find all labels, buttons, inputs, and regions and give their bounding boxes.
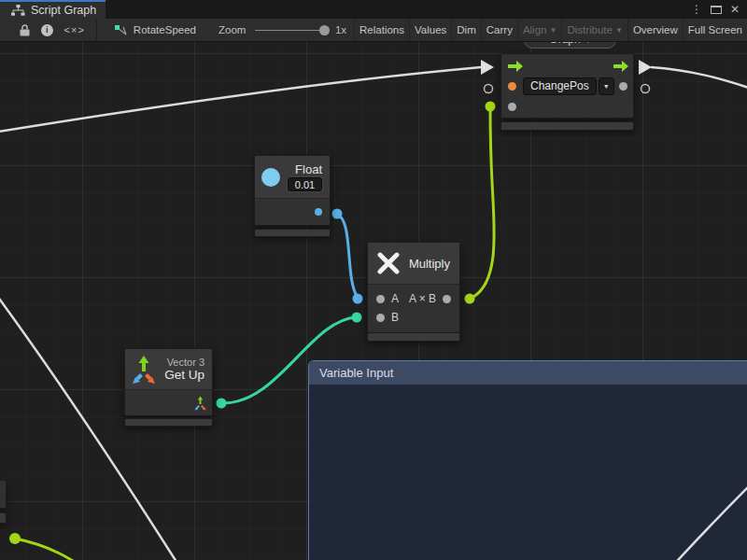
zoom-slider-track <box>255 30 330 31</box>
port-lime-bottom[interactable] <box>9 533 21 544</box>
align-button[interactable]: Align▼ <box>517 19 562 42</box>
flow-port-arrow-in[interactable] <box>481 60 494 75</box>
graph-toolbar: i <×> RotateSpeed Zoom 1x Relations Valu… <box>0 19 747 42</box>
port-blue-float-out[interactable] <box>332 209 343 219</box>
fullscreen-button[interactable]: Full Screen <box>683 19 747 42</box>
multiply-node-title: Multiply <box>409 257 450 271</box>
port-orange-dot[interactable] <box>508 82 516 91</box>
port-gray-dot[interactable] <box>376 314 385 322</box>
zoom-value: 1x <box>335 24 346 35</box>
close-icon[interactable]: ✕ <box>730 4 740 15</box>
float-node-title: Float <box>295 162 322 176</box>
wire-white-out <box>651 67 747 90</box>
event-graph-chip[interactable]: Graph ▾ <box>524 42 616 49</box>
port-lime-event[interactable] <box>486 102 496 112</box>
port-gray-dot[interactable] <box>508 103 516 111</box>
graph-canvas[interactable]: Variable Input <box>0 42 747 560</box>
wire-blue-float-to-a <box>337 214 358 298</box>
dim-button[interactable]: Dim <box>451 19 480 42</box>
vector3-icon <box>131 355 157 385</box>
tab-bar: Script Graph ⋮ ✕ <box>0 0 747 19</box>
empty-port-left[interactable] <box>485 85 493 93</box>
script-graph-window: Script Graph ⋮ ✕ i <×> RotateSpeed <box>0 0 747 560</box>
lock-button[interactable] <box>13 19 35 42</box>
machine-icon <box>114 24 128 36</box>
input-b-label: B <box>391 311 399 324</box>
vector3-node-title: Get Up <box>164 368 204 382</box>
output-label: A × B <box>409 292 436 305</box>
offscreen-node-edge[interactable] <box>0 480 7 509</box>
zoom-slider[interactable] <box>255 19 330 42</box>
port-gray-dot[interactable] <box>619 82 627 91</box>
chevron-down-icon: ▼ <box>603 83 610 90</box>
port-blue-multiply-a[interactable] <box>353 294 363 304</box>
chevron-down-icon: ▼ <box>549 26 557 35</box>
code-view-button[interactable]: <×> <box>58 19 91 42</box>
wire-white-lower-right <box>669 481 747 560</box>
graph-hierarchy-icon <box>11 5 25 16</box>
vector3-port-icon[interactable] <box>193 396 207 411</box>
distribute-button[interactable]: Distribute▼ <box>561 19 627 42</box>
graph-reference-button[interactable]: RotateSpeed <box>106 19 204 42</box>
event-graph-icon: <> <box>503 42 520 46</box>
multiply-node[interactable]: Multiply A A × B B <box>367 242 460 333</box>
offscreen-node-footer <box>0 512 7 524</box>
relations-button[interactable]: Relations <box>354 19 409 42</box>
vector3-node-footer <box>124 418 213 427</box>
kebab-menu-icon[interactable]: ⋮ <box>691 4 702 15</box>
maximize-icon[interactable] <box>711 6 722 14</box>
tab-title: Script Graph <box>31 4 96 17</box>
port-gray-dot[interactable] <box>443 295 451 303</box>
code-icon: <×> <box>64 24 85 35</box>
tab-script-graph[interactable]: Script Graph <box>0 0 106 19</box>
flow-arrow-icon[interactable] <box>508 61 523 72</box>
lock-icon <box>20 24 30 36</box>
input-a-label: A <box>391 292 399 305</box>
port-gray-dot[interactable] <box>376 295 385 303</box>
multiply-icon <box>377 252 400 274</box>
wire-teal-vector-to-b <box>221 317 357 403</box>
multiply-node-footer <box>367 332 460 342</box>
empty-port-right[interactable] <box>641 85 650 93</box>
flow-port-arrow-out[interactable] <box>639 60 652 75</box>
window-controls: ⋮ ✕ <box>691 0 747 19</box>
float-value-input[interactable]: 0.01 <box>288 177 322 191</box>
values-button[interactable]: Values <box>409 19 451 42</box>
vector3-getup-node[interactable]: Vector 3 Get Up <box>124 348 213 416</box>
zoom-label: Zoom <box>218 24 246 35</box>
chevron-down-icon: ▾ <box>585 42 591 46</box>
port-lime-multiply-out[interactable] <box>465 294 475 304</box>
port-teal-vector-out[interactable] <box>217 399 227 409</box>
port-teal-multiply-b[interactable] <box>352 313 362 323</box>
overview-button[interactable]: Overview <box>627 19 683 42</box>
chevron-down-icon: ▼ <box>615 26 623 35</box>
flow-arrow-icon[interactable] <box>613 61 628 72</box>
vector3-type-label: Vector 3 <box>167 357 204 368</box>
wire-white-in <box>0 67 482 133</box>
carry-button[interactable]: Carry <box>481 19 517 42</box>
event-node-footer <box>500 121 634 131</box>
wire-lime-multiply-to-event <box>470 106 494 299</box>
float-value-icon <box>261 168 280 187</box>
info-icon: i <box>41 24 53 36</box>
port-blue-dot[interactable] <box>315 208 322 216</box>
wire-lime-bottom <box>15 539 95 560</box>
dropdown-caret-button[interactable]: ▼ <box>599 77 614 95</box>
event-node[interactable]: ChangePos ▼ <box>500 53 634 119</box>
zoom-slider-handle[interactable] <box>319 25 330 35</box>
info-button[interactable]: i <box>35 19 58 42</box>
toolbar-buttons: Relations Values Dim Carry Align▼ Distri… <box>354 19 747 42</box>
changepos-dropdown[interactable]: ChangePos <box>523 77 597 95</box>
float-node[interactable]: Float 0.01 <box>254 155 331 226</box>
float-node-footer <box>254 229 331 237</box>
toolbar-separator <box>96 19 97 42</box>
graph-reference-label: RotateSpeed <box>134 24 196 35</box>
